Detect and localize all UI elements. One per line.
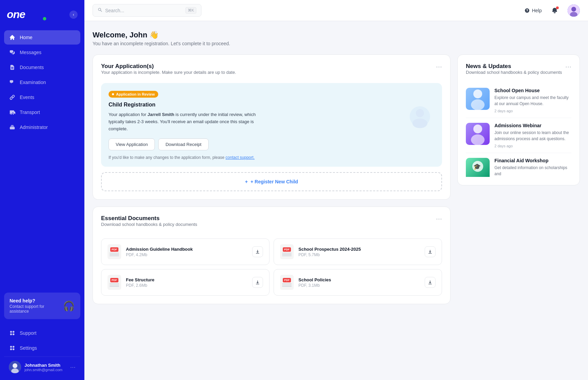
sidebar-header: one ‹ (0, 0, 84, 28)
content-grid: Your Application(s) Your application is … (93, 54, 580, 304)
settings-icon (9, 345, 16, 351)
documents-title-group: Essential Documents Download school hand… (101, 215, 197, 233)
documents-card-menu[interactable]: ⋯ (436, 215, 442, 222)
svg-point-12 (471, 134, 485, 145)
transport-icon (9, 109, 16, 116)
note-pre: If you'd like to make any changes to the… (109, 155, 226, 160)
document-item[interactable]: PDF School Prospectus 2024-2025 PDF, 5.7… (274, 238, 442, 265)
pdf-badge: PDF (110, 278, 118, 282)
news-image-1 (466, 88, 490, 110)
sidebar-item-examination[interactable]: Examination (4, 75, 80, 89)
document-item[interactable]: PDF School Policies PDF, 3.1Mb (274, 269, 442, 296)
pdf-icon: PDF (108, 275, 121, 290)
news-content: Admissions Webinar Join our online sessi… (494, 123, 571, 148)
news-card-sub: Download school handbooks & policy docum… (466, 70, 562, 75)
messages-icon (9, 49, 16, 56)
news-thumbnail (466, 88, 490, 110)
doc-download-button[interactable] (252, 277, 263, 288)
content-left: Your Application(s) Your application is … (93, 54, 451, 304)
sidebar-item-messages[interactable]: Messages (4, 45, 80, 60)
sidebar-item-messages-label: Messages (20, 50, 42, 55)
doc-meta: PDF, 2.6Mb (126, 283, 247, 288)
app-card-buttons: View Application Download Receipt (109, 138, 435, 150)
collapse-button[interactable]: ‹ (69, 11, 78, 19)
applications-card-title: Your Application(s) (101, 63, 236, 70)
application-status-badge: Application in Review (109, 91, 158, 98)
sidebar-item-transport-label: Transport (20, 110, 40, 115)
applicant-name: Jarrell Smith (147, 112, 174, 117)
doc-name: Admission Guideline Handbook (126, 247, 247, 252)
sidebar-item-documents[interactable]: Documents (4, 60, 80, 75)
sidebar-item-support[interactable]: Support (4, 326, 80, 340)
news-time: 2 days ago (494, 144, 571, 148)
register-new-label: + Register New Child (250, 179, 298, 184)
news-content: School Open House Explore our campus and… (494, 88, 571, 113)
sidebar-item-transport[interactable]: Transport (4, 105, 80, 119)
sidebar-item-events[interactable]: Events (4, 90, 80, 104)
news-card-menu[interactable]: ⋯ (565, 63, 571, 70)
help-box-text: Need help? Contact support for assistanc… (10, 298, 63, 314)
pdf-icon: PDF (108, 244, 121, 259)
headphones-icon: 🎧 (63, 300, 75, 312)
sidebar-item-support-label: Support (20, 330, 36, 336)
search-shortcut: ⌘K (185, 7, 196, 14)
help-button[interactable]: Help (524, 8, 542, 13)
contact-support-link[interactable]: contact support. (226, 155, 255, 160)
support-icon (9, 330, 16, 336)
news-card: News & Updates Download school handbooks… (457, 54, 580, 185)
user-more-icon[interactable]: ⋯ (70, 364, 76, 370)
view-application-button[interactable]: View Application (109, 138, 155, 150)
sidebar-item-documents-label: Documents (20, 65, 44, 70)
sidebar-item-examination-label: Examination (20, 80, 46, 85)
svg-point-4 (571, 7, 576, 12)
help-box[interactable]: Need help? Contact support for assistanc… (4, 293, 80, 319)
svg-point-10 (471, 99, 485, 110)
news-item[interactable]: 🎓 Financial Aid Workshop Get detailed in… (466, 153, 571, 177)
doc-download-button[interactable] (425, 277, 436, 288)
badge-dot (112, 93, 114, 95)
topbar-avatar[interactable] (568, 4, 580, 17)
sidebar-bottom: Support Settings Johnathan Smith john.sm… (0, 323, 84, 380)
doc-meta: PDF, 5.7Mb (298, 252, 420, 257)
documents-section: Essential Documents Download school hand… (93, 206, 451, 304)
app-card-illustration (394, 105, 435, 145)
news-item[interactable]: Admissions Webinar Join our online sessi… (466, 118, 571, 153)
home-icon (9, 34, 16, 41)
news-desc: Join our online session to learn about t… (494, 130, 571, 142)
sidebar-item-home[interactable]: Home (4, 30, 80, 45)
topbar-right: Help (524, 4, 580, 17)
applications-card: Your Application(s) Your application is … (93, 54, 451, 200)
doc-name: Fee Structure (126, 277, 247, 282)
doc-meta: PDF, 3.1Mb (298, 283, 420, 288)
help-label: Help (532, 8, 542, 13)
download-receipt-button[interactable]: Download Receipt (158, 138, 209, 150)
news-desc: Explore our campus and meet the faculty … (494, 95, 571, 107)
events-icon (9, 94, 16, 101)
news-title: School Open House (494, 88, 571, 93)
search-box[interactable]: Search... ⌘K (93, 4, 201, 17)
register-new-child-button[interactable]: + + Register New Child (101, 172, 442, 191)
document-item[interactable]: PDF Admission Guideline Handbook PDF, 4.… (101, 238, 270, 265)
sidebar-item-settings[interactable]: Settings (4, 341, 80, 355)
notification-button[interactable] (549, 4, 561, 17)
doc-info: School Policies PDF, 3.1Mb (298, 277, 420, 288)
sidebar-nav: Home Messages Documents Examination Even… (0, 28, 84, 288)
news-thumbnail (466, 123, 490, 145)
news-desc: Get detailed information on scholarships… (494, 165, 571, 177)
doc-download-button[interactable] (252, 246, 263, 257)
logo: one (7, 8, 25, 20)
applications-card-menu[interactable]: ⋯ (436, 63, 442, 70)
document-item[interactable]: PDF Fee Structure PDF, 2.6Mb (101, 269, 270, 296)
status-badge-label: Application in Review (116, 92, 155, 96)
news-card-header: News & Updates Download school handbooks… (466, 63, 571, 81)
pdf-badge: PDF (283, 247, 291, 252)
news-thumbnail: 🎓 (466, 158, 490, 177)
news-item[interactable]: School Open House Explore our campus and… (466, 83, 571, 118)
news-time: 2 days ago (494, 109, 571, 113)
doc-download-button[interactable] (425, 246, 436, 257)
sidebar-item-administrator[interactable]: Administrator (4, 120, 80, 134)
doc-name: School Prospectus 2024-2025 (298, 247, 420, 252)
user-profile-row[interactable]: Johnathan Smith john.smith@gmail.com ⋯ (4, 357, 80, 377)
doc-info: Fee Structure PDF, 2.6Mb (126, 277, 247, 288)
news-image-3: 🎓 (466, 158, 490, 177)
